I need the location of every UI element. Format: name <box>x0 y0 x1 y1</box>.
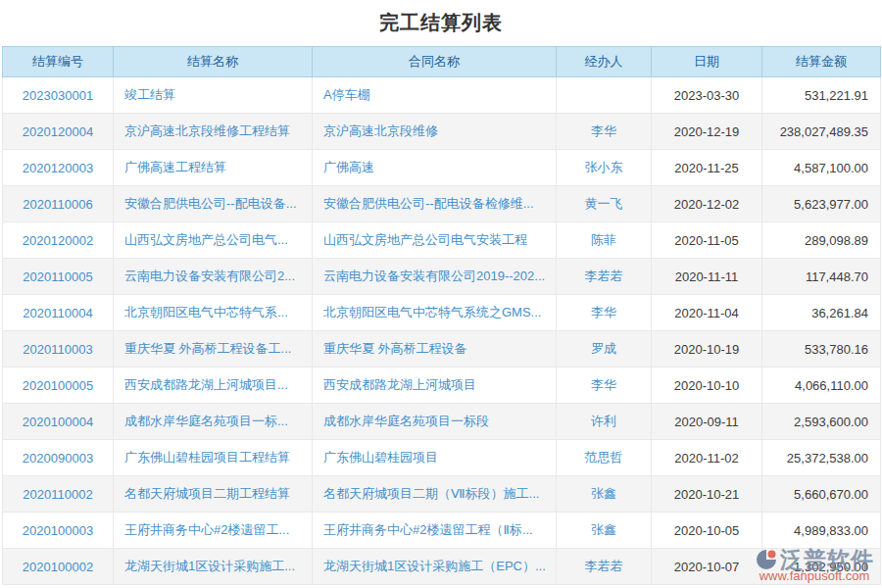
column-header-code: 结算编号 <box>3 47 114 77</box>
cell-contract[interactable]: 北京朝阳区电气中芯特气系统之GMS... <box>313 295 557 331</box>
cell-code[interactable]: 2020110005 <box>3 259 114 295</box>
cell-handler[interactable]: 许利 <box>557 404 652 440</box>
cell-handler[interactable]: 李华 <box>557 295 652 331</box>
cell-handler[interactable]: 张鑫 <box>557 476 652 513</box>
table-row[interactable]: 2020110006安徽合肥供电公司--配电设备...安徽合肥供电公司--配电设… <box>3 186 881 222</box>
cell-contract[interactable]: 云南电力设备安装有限公司2019--202... <box>313 259 557 295</box>
cell-contract[interactable]: A停车棚 <box>313 77 557 114</box>
cell-amount: 117,448.70 <box>762 259 881 295</box>
cell-amount: 533,780.16 <box>762 331 881 368</box>
cell-date: 2020-09-11 <box>652 404 762 440</box>
cell-date: 2020-11-25 <box>652 150 762 186</box>
cell-handler[interactable]: 李华 <box>557 368 652 404</box>
table-row[interactable]: 2020100004成都水岸华庭名苑项目一标...成都水岸华庭名苑项目一标段许利… <box>3 404 881 440</box>
cell-name[interactable]: 西安成都路龙湖上河城项目... <box>114 368 313 404</box>
cell-name[interactable]: 名都天府城项目二期工程结算 <box>114 476 313 513</box>
cell-amount: 2,593,600.00 <box>762 404 881 440</box>
cell-name[interactable]: 广佛高速工程结算 <box>114 150 313 186</box>
cell-name[interactable]: 竣工结算 <box>114 77 313 114</box>
cell-date: 2020-11-02 <box>652 440 762 476</box>
cell-code[interactable]: 2020100005 <box>3 368 114 404</box>
cell-date: 2020-11-04 <box>652 295 762 331</box>
cell-handler[interactable]: 李若若 <box>557 259 652 295</box>
cell-date: 2020-12-19 <box>652 114 762 150</box>
cell-name[interactable]: 云南电力设备安装有限公司2... <box>114 259 313 295</box>
cell-code[interactable]: 2020110002 <box>3 476 114 513</box>
cell-contract[interactable]: 山西弘文房地产总公司电气安装工程 <box>313 222 557 259</box>
cell-amount: 4,989,833.00 <box>762 513 881 549</box>
column-header-contract: 合同名称 <box>313 47 557 77</box>
cell-date: 2020-11-05 <box>652 222 762 259</box>
cell-handler[interactable]: 李华 <box>557 114 652 150</box>
cell-contract[interactable]: 名都天府城项目二期（Ⅶ标段）施工... <box>313 476 557 513</box>
table-row[interactable]: 2020110003重庆华夏 外高桥工程设备工...重庆华夏 外高桥工程设备罗成… <box>3 331 881 368</box>
cell-code[interactable]: 2020100003 <box>3 513 114 549</box>
cell-name[interactable]: 京沪高速北京段维修工程结算 <box>114 114 313 150</box>
cell-contract[interactable]: 西安成都路龙湖上河城项目 <box>313 368 557 404</box>
table-row[interactable]: 2020120003广佛高速工程结算广佛高速张小东2020-11-254,587… <box>3 150 881 186</box>
table-row[interactable]: 2020110005云南电力设备安装有限公司2...云南电力设备安装有限公司20… <box>3 259 881 295</box>
cell-name[interactable]: 成都水岸华庭名苑项目一标... <box>114 404 313 440</box>
table-header: 结算编号 结算名称 合同名称 经办人 日期 结算金额 <box>3 47 881 77</box>
cell-handler[interactable]: 张鑫 <box>557 513 652 549</box>
cell-date: 2020-12-02 <box>652 186 762 222</box>
column-header-handler: 经办人 <box>557 47 652 77</box>
cell-date: 2020-11-11 <box>652 259 762 295</box>
cell-handler[interactable]: 李若若 <box>557 549 652 585</box>
settlement-list-table: 结算编号 结算名称 合同名称 经办人 日期 结算金额 2023030001竣工结… <box>2 46 881 585</box>
cell-date: 2020-10-07 <box>652 549 762 585</box>
cell-code[interactable]: 2020110004 <box>3 295 114 331</box>
cell-name[interactable]: 重庆华夏 外高桥工程设备工... <box>114 331 313 368</box>
table-row[interactable]: 2020120002山西弘文房地产总公司电气...山西弘文房地产总公司电气安装工… <box>3 222 881 259</box>
cell-handler[interactable]: 陈菲 <box>557 222 652 259</box>
cell-contract[interactable]: 龙湖天街城1区设计采购施工（EPC）... <box>313 549 557 585</box>
table-row[interactable]: 2020100002龙湖天街城1区设计采购施工...龙湖天街城1区设计采购施工（… <box>3 549 881 585</box>
cell-code[interactable]: 2020100002 <box>3 549 114 585</box>
table-row[interactable]: 2020090003广东佛山碧桂园项目工程结算广东佛山碧桂园项目范思哲2020-… <box>3 440 881 476</box>
table-row[interactable]: 2020100005西安成都路龙湖上河城项目...西安成都路龙湖上河城项目李华2… <box>3 368 881 404</box>
cell-handler[interactable]: 范思哲 <box>557 440 652 476</box>
cell-amount: 238,027,489.35 <box>762 114 881 150</box>
cell-amount: 1,302,950.00 <box>762 549 881 585</box>
cell-contract[interactable]: 重庆华夏 外高桥工程设备 <box>313 331 557 368</box>
cell-name[interactable]: 王府井商务中心#2楼遗留工... <box>114 513 313 549</box>
cell-date: 2020-10-10 <box>652 368 762 404</box>
cell-date: 2020-10-19 <box>652 331 762 368</box>
cell-code[interactable]: 2020120004 <box>3 114 114 150</box>
cell-code[interactable]: 2020110006 <box>3 186 114 222</box>
table-row[interactable]: 2020110002名都天府城项目二期工程结算名都天府城项目二期（Ⅶ标段）施工.… <box>3 476 881 513</box>
cell-handler[interactable]: 黄一飞 <box>557 186 652 222</box>
cell-name[interactable]: 北京朝阳区电气中芯特气系... <box>114 295 313 331</box>
cell-date: 2020-10-05 <box>652 513 762 549</box>
table-row[interactable]: 2020120004京沪高速北京段维修工程结算京沪高速北京段维修李华2020-1… <box>3 114 881 150</box>
cell-contract[interactable]: 广东佛山碧桂园项目 <box>313 440 557 476</box>
cell-code[interactable]: 2020110003 <box>3 331 114 368</box>
cell-name[interactable]: 山西弘文房地产总公司电气... <box>114 222 313 259</box>
cell-amount: 5,623,977.00 <box>762 186 881 222</box>
cell-date: 2020-10-21 <box>652 476 762 513</box>
cell-contract[interactable]: 王府井商务中心#2楼遗留工程（Ⅱ标... <box>313 513 557 549</box>
cell-code[interactable]: 2020100004 <box>3 404 114 440</box>
cell-contract[interactable]: 安徽合肥供电公司--配电设备检修维... <box>313 186 557 222</box>
table-body: 2023030001竣工结算A停车棚2023-03-30531,221.9120… <box>3 77 881 585</box>
cell-contract[interactable]: 广佛高速 <box>313 150 557 186</box>
cell-handler[interactable]: 张小东 <box>557 150 652 186</box>
cell-amount: 25,372,538.00 <box>762 440 881 476</box>
cell-code[interactable]: 2023030001 <box>3 77 114 114</box>
cell-code[interactable]: 2020120002 <box>3 222 114 259</box>
cell-contract[interactable]: 京沪高速北京段维修 <box>313 114 557 150</box>
cell-name[interactable]: 广东佛山碧桂园项目工程结算 <box>114 440 313 476</box>
cell-name[interactable]: 安徽合肥供电公司--配电设备... <box>114 186 313 222</box>
cell-code[interactable]: 2020120003 <box>3 150 114 186</box>
table-row[interactable]: 2020110004北京朝阳区电气中芯特气系...北京朝阳区电气中芯特气系统之G… <box>3 295 881 331</box>
cell-handler[interactable]: 罗成 <box>557 331 652 368</box>
column-header-name: 结算名称 <box>114 47 313 77</box>
cell-amount: 289,098.89 <box>762 222 881 259</box>
table-row[interactable]: 2020100003王府井商务中心#2楼遗留工...王府井商务中心#2楼遗留工程… <box>3 513 881 549</box>
cell-name[interactable]: 龙湖天街城1区设计采购施工... <box>114 549 313 585</box>
cell-contract[interactable]: 成都水岸华庭名苑项目一标段 <box>313 404 557 440</box>
table-row[interactable]: 2023030001竣工结算A停车棚2023-03-30531,221.91 <box>3 77 881 114</box>
cell-code[interactable]: 2020090003 <box>3 440 114 476</box>
column-header-amount: 结算金额 <box>762 47 881 77</box>
cell-date: 2023-03-30 <box>652 77 762 114</box>
